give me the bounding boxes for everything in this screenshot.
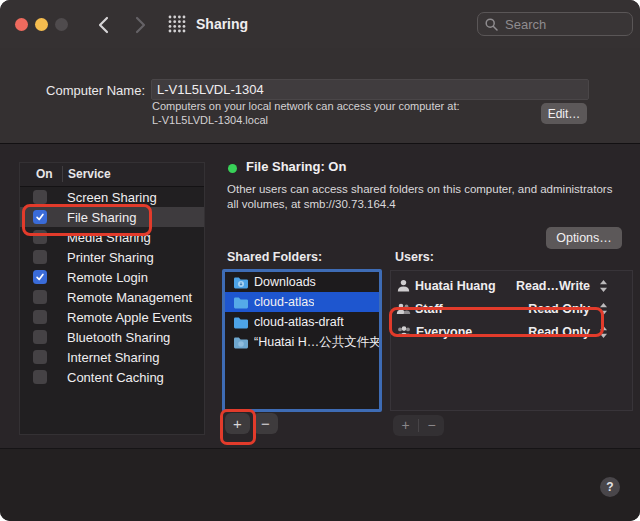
options-button[interactable]: Options… [546,227,622,249]
file-sharing-description-line2: all volumes, at smb://30.73.164.4 [227,198,396,210]
forward-button[interactable] [132,16,148,34]
checkbox-unchecked[interactable] [33,350,47,364]
service-row-file-sharing[interactable]: File Sharing [20,207,204,227]
service-row-screen-sharing[interactable]: Screen Sharing [20,187,204,207]
services-table: On Service Screen Sharing File Sharing M… [19,162,205,435]
main-content: On Service Screen Sharing File Sharing M… [0,144,640,448]
permission-value[interactable]: Read…Write [516,279,590,293]
folder-row-huatai-public[interactable]: “Huatai H…公共文件夹 [225,332,379,352]
folder-icon [233,316,249,329]
service-row-remote-login[interactable]: Remote Login [20,267,204,287]
sharing-preferences-window: Sharing Computer Name: Computers on your… [0,0,640,521]
service-row-internet-sharing[interactable]: Internet Sharing [20,347,204,367]
service-row-bluetooth-sharing[interactable]: Bluetooth Sharing [20,327,204,347]
help-button[interactable]: ? [600,477,620,497]
zoom-window-button [55,18,68,31]
checkbox-unchecked[interactable] [33,230,47,244]
permission-stepper-icon[interactable] [594,325,608,343]
permission-value[interactable]: Read Only [528,325,590,339]
search-icon [485,18,498,31]
computer-name-label: Computer Name: [0,83,145,98]
back-button[interactable] [96,16,112,34]
service-row-printer-sharing[interactable]: Printer Sharing [20,247,204,267]
user-row-everyone[interactable]: Everyone Read Only [391,322,632,341]
users-list[interactable]: Huatai Huang Read…Write Staff Read Only [390,270,633,411]
checkbox-checked[interactable] [33,210,47,224]
folder-row-downloads[interactable]: Downloads [225,272,379,292]
service-row-content-caching[interactable]: Content Caching [20,367,204,387]
add-user-button[interactable]: + [393,415,418,436]
users-add-remove-group: + − [393,415,444,436]
shared-folder-icon [233,336,249,349]
add-shared-folder-button[interactable]: + [225,413,250,434]
file-sharing-status-dot [228,164,237,173]
services-table-header: On Service [20,163,204,187]
user-row-staff[interactable]: Staff Read Only [391,299,632,318]
computer-name-section: Computer Name: Computers on your local n… [0,48,640,144]
service-row-media-sharing[interactable]: Media Sharing [20,227,204,247]
download-folder-icon [233,276,249,289]
checkbox-unchecked[interactable] [33,370,47,384]
service-row-remote-management[interactable]: Remote Management [20,287,204,307]
computer-name-input[interactable] [152,80,588,99]
everyone-group-icon [396,324,412,339]
show-all-grid-icon[interactable] [168,15,186,33]
computer-local-hostname: L-V1L5LVDL-1304.local [152,114,268,126]
checkbox-unchecked[interactable] [33,290,47,304]
permission-stepper-icon[interactable] [594,302,608,320]
computer-name-field[interactable] [151,79,589,100]
permission-value[interactable]: Read Only [528,302,590,316]
search-field[interactable] [477,12,633,36]
search-input[interactable] [503,16,617,33]
two-users-icon [396,301,411,316]
checkbox-unchecked[interactable] [33,250,47,264]
title-bar: Sharing [0,0,640,48]
single-user-icon [396,278,411,293]
checkbox-unchecked[interactable] [33,190,47,204]
checkbox-unchecked[interactable] [33,310,47,324]
close-window-button[interactable] [15,18,28,31]
checkbox-checked[interactable] [33,270,47,284]
permission-stepper-icon[interactable] [594,279,608,297]
user-row-huatai-huang[interactable]: Huatai Huang Read…Write [391,276,632,295]
shared-folders-label: Shared Folders: [227,250,322,264]
edit-button[interactable]: Edit… [541,103,587,124]
remove-shared-folder-button[interactable]: − [253,413,278,434]
column-divider [62,166,63,182]
folder-row-cloud-atlas-draft[interactable]: cloud-atlas-draft [225,312,379,332]
column-header-on: On [36,167,53,181]
service-row-remote-apple-events[interactable]: Remote Apple Events [20,307,204,327]
computer-access-description: Computers on your local network can acce… [152,100,460,112]
page-title: Sharing [196,16,248,32]
bottom-bar: ? [0,448,640,521]
shared-folders-list[interactable]: Downloads cloud-atlas cloud-atlas-draft [222,269,382,412]
folder-row-cloud-atlas[interactable]: cloud-atlas [225,292,379,312]
checkbox-unchecked[interactable] [33,330,47,344]
folder-icon [233,296,249,309]
users-label: Users: [395,250,434,264]
file-sharing-description-line1: Other users can access shared folders on… [227,183,612,195]
column-header-service: Service [68,167,111,181]
remove-user-button[interactable]: − [419,415,444,436]
minimize-window-button[interactable] [35,18,48,31]
file-sharing-status-title: File Sharing: On [246,159,346,174]
